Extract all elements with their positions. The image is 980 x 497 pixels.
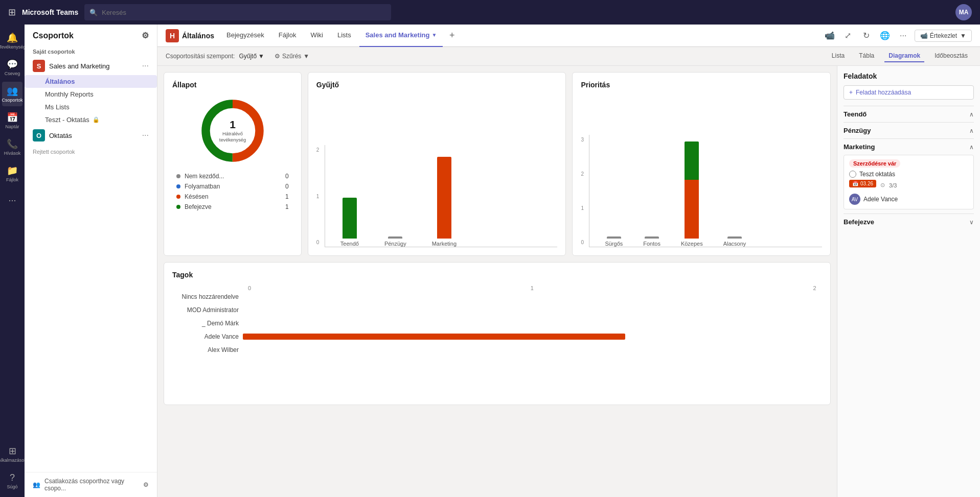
section-marketing-title: Marketing [844,143,875,151]
activity-icon: 🔔 [7,32,18,43]
calendar-small-icon: 📅 [852,181,858,186]
section-penzugy[interactable]: Pénzügy ∧ [844,122,974,138]
add-task-button[interactable]: + Feladat hozzáadása [844,85,974,100]
sidebar-item-cseveg[interactable]: 💬 Cseveg [2,55,22,80]
prioritas-inner: 3 2 1 0 Sürgős [581,135,822,247]
legend-nem-kezdodott: Nem kezdőd... 0 [176,173,289,180]
bar-kozepes-stack [685,141,699,239]
channel-label-alltalanos: Általános [45,78,75,85]
view-tab-tabla[interactable]: Tábla [855,50,878,62]
grid-icon[interactable]: ⊞ [8,7,16,18]
sidebar-item-tevekenyseges[interactable]: 🔔 Tevékenység [2,29,22,53]
view-tab-idobeosztas[interactable]: Időbeosztás [930,50,972,62]
app-title: Microsoft Teams [22,8,78,16]
tab-bejegyzesek[interactable]: Bejegyzések [220,25,270,47]
donut-container: 1 Hátralévő tevékenység Nem kezdőd... 0 [172,95,293,247]
sidebar-item-alkalmazasok[interactable]: ⊞ Alkalmazások [2,442,22,466]
section-teendo[interactable]: Teendő ∧ [844,106,974,122]
hidden-groups-label[interactable]: Rejtett csoportok [25,145,157,157]
channel-page-title: Általános [182,32,214,40]
globe-icon[interactable]: 🌐 [878,29,892,43]
chevron-penzugy-icon: ∧ [969,127,974,134]
sidebar-title: Csoportok [33,31,74,40]
top-bar-right: MA [955,4,972,20]
filter-button[interactable]: ⚙ Szűrés ▼ [275,53,309,60]
sidebar-item-hivosok[interactable]: 📞 Hívások [2,135,22,159]
prioritas-chart-area: 3 2 1 0 Sürgős [581,95,822,247]
sidebar-item-more[interactable]: ··· [2,188,22,212]
legend-dot [176,205,180,209]
bar-fontos-fill [645,236,659,239]
charts-content: Állapot 1 Hátralévő te [157,66,980,497]
add-tab-button[interactable]: + [445,29,459,43]
sidebar-item-sugo[interactable]: ? Súgó [2,468,22,493]
more-options-icon[interactable]: ··· [142,61,149,70]
settings-icon[interactable]: ⚙ [143,481,149,488]
group-name-oktatas: Oktatás [49,132,138,139]
tagok-x-axis: 0 1 2 [248,285,822,291]
tab-fajlok[interactable]: Fájlok [272,25,303,47]
channel-item-monthly-reports[interactable]: Monthly Reports [25,88,157,101]
ertekezlet-dropdown-icon[interactable]: ▼ [960,32,966,39]
sidebar-header: Csoportok ⚙ [25,25,157,44]
main-layout: 🔔 Tevékenység 💬 Cseveg 👥 Csoportok 📅 Nap… [0,25,980,497]
legend-befejezve: Befejezve 1 [176,203,289,210]
tab-wiki[interactable]: Wiki [304,25,329,47]
reload-icon[interactable]: ↻ [859,29,874,43]
bar-label-alacsony: Alacsony [723,241,746,247]
bar-kozepes-green [685,141,699,180]
task-radio[interactable] [849,171,856,178]
expand-icon[interactable]: ⤢ [841,29,855,43]
view-tab-lista[interactable]: Lista [828,50,849,62]
tag-label-mod: MOD Administrator [172,306,239,314]
tag-track-alex [243,347,822,353]
join-team-text: Csatlakozás csoporthoz vagy csopo... [44,478,139,492]
search-input[interactable] [102,9,386,16]
channel-item-alltalanos[interactable]: Általános [25,75,157,88]
channel-item-ms-lists[interactable]: Ms Lists [25,101,157,113]
sidebar-item-fajlok[interactable]: 📁 Fájlok [2,161,22,186]
channel-item-teszt-oktatas[interactable]: Teszt - Oktatás 🔒 [25,113,157,126]
channel-label-ms-lists: Ms Lists [45,103,70,111]
tag-track-demo [243,320,822,326]
group-by-select[interactable]: Gyűjtő ▼ [239,53,264,60]
bar-label-kozepes: Közepes [681,241,703,247]
task-meta: 📅 03.26 ⊙ 3/3 [849,180,968,191]
sidebar-item-naptar[interactable]: 📅 Naptár [2,108,22,133]
bar-groups-gyujto: Teendő Pénzügy [325,145,558,247]
meet-icon[interactable]: 📹 [823,29,837,43]
bar-penzugy-fill [388,236,402,239]
group-by-dropdown-icon: ▼ [258,53,264,60]
sidebar-footer[interactable]: 👥 Csatlakozás csoporthoz vagy csopo... ⚙ [25,472,157,497]
chevron-marketing-icon: ∧ [969,144,974,151]
more-tab-icon[interactable]: ··· [896,29,910,43]
search-icon: 🔍 [89,9,98,16]
section-marketing[interactable]: Marketing ∧ [844,138,974,155]
assignee-name: Adele Vance [863,196,898,203]
chat-icon: 💬 [7,59,18,70]
svg-text:Hátralévő: Hátralévő [222,131,243,136]
gyujto-chart-area: 2 1 0 Teendő [316,95,558,247]
group-item-sales[interactable]: S Sales and Marketing ··· [25,57,157,75]
gyujto-inner: 2 1 0 Teendő [316,145,558,247]
channel-label-teszt: Teszt - Oktatás [45,116,89,124]
ertekezlet-label: Értekezlet [930,32,957,39]
help-icon: ? [10,472,15,483]
ertekezlet-button[interactable]: 📹 Értekezlet ▼ [915,30,972,42]
bar-alacsony-fill [727,236,742,239]
more-options-oktatas-icon[interactable]: ··· [142,131,149,140]
tab-sales-marketing[interactable]: Sales and Marketing ▼ [359,25,443,47]
filter-icon[interactable]: ⚙ [142,31,149,40]
section-befejezve[interactable]: Befejezve ∨ [844,214,974,230]
search-bar[interactable]: 🔍 [84,4,391,20]
chevron-befejezve-icon: ∨ [969,219,974,226]
avatar[interactable]: MA [955,4,972,20]
panel-title: Feladatok [844,72,974,80]
donut-legend: Nem kezdőd... 0 Folyamatban 0 [172,173,293,210]
more-apps-icon: ··· [8,195,16,206]
tab-lists[interactable]: Lists [331,25,357,47]
sidebar-item-csoportok[interactable]: 👥 Csoportok [2,82,22,106]
view-tab-diagramok[interactable]: Diagramok [884,50,924,62]
group-item-oktatas[interactable]: O Oktatás ··· [25,126,157,145]
task-assignee: AV Adele Vance [849,194,968,205]
